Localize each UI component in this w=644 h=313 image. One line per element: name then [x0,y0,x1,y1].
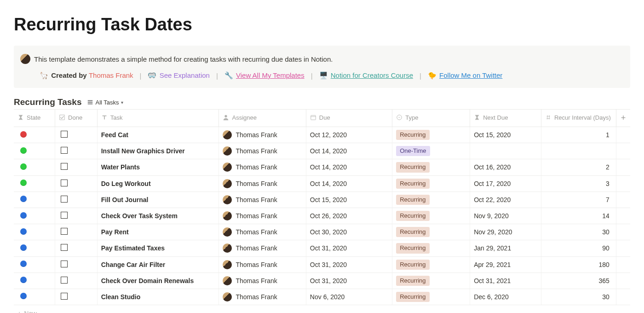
state-dot [20,244,27,251]
table-row[interactable]: Fill Out JournalThomas FrankOct 15, 2020… [14,191,630,208]
assignee-name: Thomas Frank [236,277,277,284]
next-due: Oct 16, 2020 [474,163,511,171]
col-assignee[interactable]: Assignee [219,110,306,127]
done-checkbox[interactable] [61,244,68,251]
col-next-due[interactable]: Next Due [470,110,541,127]
state-dot [20,277,27,283]
add-column[interactable]: + [616,110,630,127]
templates-link[interactable]: View All My Templates [236,71,305,79]
next-due: Nov 9, 2020 [474,212,509,220]
chevron-down-icon: ▾ [121,100,123,105]
monitor-icon: 🖥️ [319,71,328,79]
assignee-name: Thomas Frank [236,147,277,155]
done-checkbox[interactable] [61,212,68,219]
table-icon [87,99,93,105]
done-checkbox[interactable] [61,163,68,170]
assignee-cell[interactable]: Thomas Frank [223,211,302,220]
due-date: Oct 31, 2020 [310,244,347,252]
assignee-cell[interactable]: Thomas Frank [223,162,302,172]
col-recur[interactable]: Recur Interval (Days) [541,110,616,127]
col-type[interactable]: Type [392,110,470,127]
task-name: Water Plants [101,163,140,171]
assignee-cell[interactable]: Thomas Frank [223,146,302,156]
task-name: Feed Cat [101,131,128,139]
assignee-name: Thomas Frank [236,131,277,139]
llama-icon: 🦙 [40,71,48,79]
recur-interval: 180 [599,261,610,268]
assignee-name: Thomas Frank [236,261,277,268]
task-name: Fill Out Journal [101,196,149,203]
table-row[interactable]: Check Over Domain RenewalsThomas FrankOc… [14,272,630,289]
view-name: All Tasks [95,99,119,106]
task-name: Check Over Task System [101,212,178,220]
avatar [223,243,232,253]
done-checkbox[interactable] [61,293,68,300]
done-checkbox[interactable] [61,228,68,235]
table-row[interactable]: Install New Graphics DriverThomas FrankO… [14,143,630,159]
done-checkbox[interactable] [61,180,68,186]
assignee-name: Thomas Frank [236,212,277,220]
table-header-row: State Done Task Assignee Due Type Next D… [14,110,630,127]
assignee-cell[interactable]: Thomas Frank [223,292,302,301]
assignee-cell[interactable]: Thomas Frank [223,179,302,188]
assignee-name: Thomas Frank [236,196,277,203]
table-row[interactable]: Do Leg WorkoutThomas FrankOct 14, 2020Re… [14,175,630,191]
assignee-name: Thomas Frank [236,163,277,171]
assignee-cell[interactable]: Thomas Frank [223,260,302,269]
task-name: Check Over Domain Renewals [101,277,194,284]
due-date: Oct 31, 2020 [310,277,347,284]
created-by-label: Created by [51,71,87,79]
author-link[interactable]: Thomas Frank [89,71,133,79]
assignee-cell[interactable]: Thomas Frank [223,130,302,139]
new-label: New [24,310,37,313]
table-row[interactable]: Clean StudioThomas FrankNov 6, 2020Recur… [14,289,630,305]
table-row[interactable]: Change Car Air FilterThomas FrankOct 31,… [14,256,630,272]
col-done[interactable]: Done [55,110,98,127]
done-checkbox[interactable] [61,196,68,203]
due-date: Nov 6, 2020 [310,293,345,301]
recur-interval: 365 [599,277,610,284]
assignee-cell[interactable]: Thomas Frank [223,243,302,253]
table-row[interactable]: Pay Estimated TaxesThomas FrankOct 31, 2… [14,240,630,256]
assignee-cell[interactable]: Thomas Frank [223,227,302,237]
table-row[interactable]: Water PlantsThomas FrankOct 14, 2020Recu… [14,159,630,175]
state-dot [20,196,27,202]
assignee-name: Thomas Frank [236,228,277,236]
avatar [223,162,232,172]
type-tag: Recurring [396,130,429,140]
page-title: Recurring Task Dates [14,15,630,35]
next-due: Oct 22, 2020 [474,196,511,203]
col-state[interactable]: State [14,110,55,127]
due-date: Oct 14, 2020 [310,163,347,171]
done-checkbox[interactable] [61,261,68,267]
next-due: Apr 29, 2021 [474,261,511,268]
view-selector[interactable]: All Tasks ▾ [87,99,123,106]
avatar [223,276,232,285]
plus-icon: + [621,113,626,122]
explanation-link[interactable]: See Explanation [160,71,210,79]
done-checkbox[interactable] [61,277,68,284]
due-date: Oct 30, 2020 [310,228,347,236]
separator: | [216,72,218,80]
assignee-cell[interactable]: Thomas Frank [223,195,302,204]
new-row[interactable]: +New [14,305,630,313]
table-row[interactable]: Feed CatThomas FrankOct 12, 2020Recurrin… [14,127,630,143]
recur-interval: 30 [602,228,610,236]
assignee-cell[interactable]: Thomas Frank [223,276,302,285]
type-tag: Recurring [396,292,429,302]
done-checkbox[interactable] [61,131,68,138]
col-task[interactable]: Task [97,110,219,127]
course-link[interactable]: Notion for Creators Course [331,71,413,79]
done-checkbox[interactable] [61,147,68,154]
twitter-link[interactable]: Follow Me on Twitter [439,71,502,79]
col-due[interactable]: Due [306,110,392,127]
formula-icon [17,114,24,121]
state-dot [20,212,27,219]
separator: | [140,72,142,80]
task-name: Change Car Air Filter [101,261,166,268]
type-tag: Recurring [396,162,429,172]
avatar [223,211,232,220]
state-dot [20,163,27,170]
table-row[interactable]: Check Over Task SystemThomas FrankOct 26… [14,208,630,224]
table-row[interactable]: Pay RentThomas FrankOct 30, 2020Recurrin… [14,224,630,240]
